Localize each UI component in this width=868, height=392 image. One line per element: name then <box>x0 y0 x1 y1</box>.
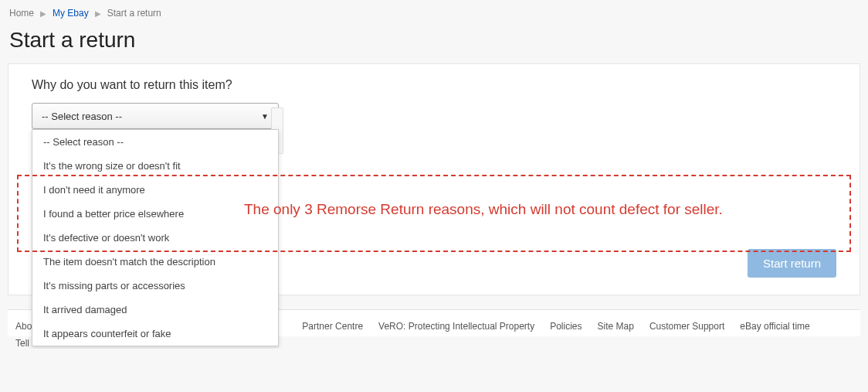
return-form-card: Why do you want to return this item? -- … <box>8 63 860 295</box>
breadcrumb-current: Start a return <box>107 8 161 19</box>
footer-link[interactable]: Policies <box>550 321 581 332</box>
reason-option[interactable]: -- Select reason -- <box>32 130 278 154</box>
reason-option[interactable]: It's the wrong size or doesn't fit <box>32 154 278 178</box>
start-return-button[interactable]: Start return <box>748 249 836 278</box>
footer-link[interactable]: Site Map <box>598 321 634 332</box>
page-title: Start a return <box>9 28 860 53</box>
footer-link[interactable]: VeRO: Protecting Intellectual Property <box>378 321 534 332</box>
reason-option[interactable]: I don't need it anymore <box>32 178 278 202</box>
return-reason-question: Why do you want to return this item? <box>32 78 836 92</box>
reason-option[interactable]: It's defective or doesn't work <box>32 226 278 250</box>
reason-option[interactable]: The item doesn't match the description <box>32 250 278 274</box>
reason-option[interactable]: It appears counterfeit or fake <box>32 322 278 346</box>
caret-down-icon: ▼ <box>261 112 269 121</box>
return-reason-dropdown: -- Select reason -- It's the wrong size … <box>32 129 279 346</box>
select-current-value: -- Select reason -- <box>42 111 122 122</box>
chevron-right-icon: ▶ <box>95 9 101 18</box>
reason-option[interactable]: I found a better price elsewhere <box>32 202 278 226</box>
breadcrumb: Home ▶ My Ebay ▶ Start a return <box>8 6 860 23</box>
footer-link[interactable]: Partner Centre <box>302 321 363 332</box>
footer-link[interactable]: eBay official time <box>740 321 810 332</box>
footer-link[interactable]: Customer Support <box>649 321 724 332</box>
reason-option[interactable]: It arrived damaged <box>32 298 278 322</box>
reason-option[interactable]: It's missing parts or accessories <box>32 274 278 298</box>
return-reason-select[interactable]: -- Select reason -- ▼ <box>32 103 279 129</box>
breadcrumb-home[interactable]: Home <box>9 8 34 19</box>
breadcrumb-my-ebay[interactable]: My Ebay <box>53 8 89 19</box>
chevron-right-icon: ▶ <box>40 9 46 18</box>
